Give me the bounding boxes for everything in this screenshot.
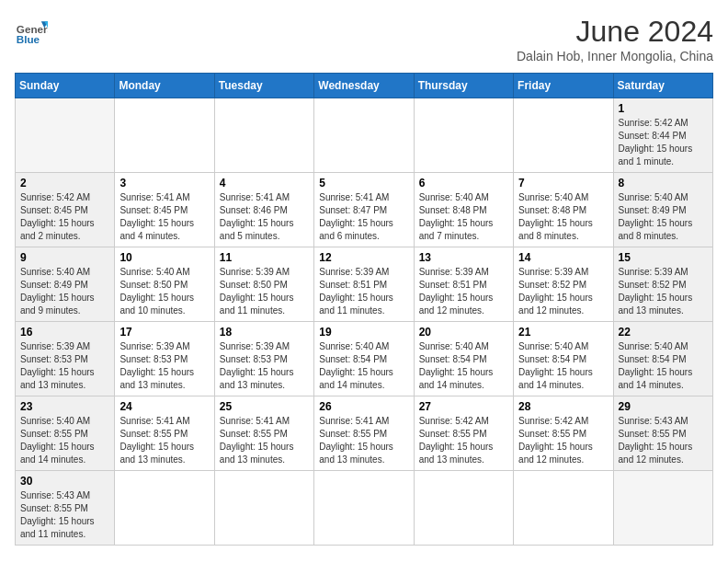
- calendar-cell: [414, 98, 513, 173]
- calendar-cell: 12Sunrise: 5:39 AM Sunset: 8:51 PM Dayli…: [314, 247, 414, 322]
- weekday-header-monday: Monday: [115, 74, 214, 98]
- calendar-cell: 30Sunrise: 5:43 AM Sunset: 8:55 PM Dayli…: [16, 471, 115, 546]
- day-info: Sunrise: 5:40 AM Sunset: 8:54 PM Dayligh…: [419, 340, 508, 392]
- day-number: 10: [119, 251, 209, 264]
- day-number: 26: [319, 400, 408, 413]
- week-row-3: 9Sunrise: 5:40 AM Sunset: 8:49 PM Daylig…: [16, 247, 713, 322]
- calendar-cell: 20Sunrise: 5:40 AM Sunset: 8:54 PM Dayli…: [414, 322, 513, 396]
- calendar-cell: 10Sunrise: 5:40 AM Sunset: 8:50 PM Dayli…: [115, 247, 214, 322]
- calendar-cell: 21Sunrise: 5:40 AM Sunset: 8:54 PM Dayli…: [514, 322, 613, 396]
- calendar-cell: [214, 98, 313, 173]
- day-info: Sunrise: 5:42 AM Sunset: 8:55 PM Dayligh…: [419, 415, 508, 466]
- calendar-cell: [414, 471, 513, 546]
- day-info: Sunrise: 5:40 AM Sunset: 8:54 PM Dayligh…: [518, 340, 608, 392]
- day-info: Sunrise: 5:40 AM Sunset: 8:48 PM Dayligh…: [419, 191, 508, 243]
- calendar-cell: 27Sunrise: 5:42 AM Sunset: 8:55 PM Dayli…: [414, 396, 513, 471]
- day-info: Sunrise: 5:41 AM Sunset: 8:55 PM Dayligh…: [119, 415, 209, 466]
- calendar-cell: 11Sunrise: 5:39 AM Sunset: 8:50 PM Dayli…: [214, 247, 313, 322]
- calendar-cell: 23Sunrise: 5:40 AM Sunset: 8:55 PM Dayli…: [16, 396, 115, 471]
- day-info: Sunrise: 5:41 AM Sunset: 8:55 PM Dayligh…: [220, 415, 309, 466]
- calendar-title: June 2024: [517, 15, 713, 49]
- day-info: Sunrise: 5:39 AM Sunset: 8:53 PM Dayligh…: [119, 340, 209, 392]
- day-number: 29: [619, 400, 708, 413]
- calendar-cell: [214, 471, 313, 546]
- day-info: Sunrise: 5:39 AM Sunset: 8:52 PM Dayligh…: [619, 266, 708, 317]
- day-info: Sunrise: 5:39 AM Sunset: 8:51 PM Dayligh…: [419, 266, 508, 317]
- day-number: 27: [419, 400, 508, 413]
- day-number: 6: [419, 177, 508, 190]
- day-info: Sunrise: 5:39 AM Sunset: 8:53 PM Dayligh…: [220, 340, 309, 392]
- week-row-6: 30Sunrise: 5:43 AM Sunset: 8:55 PM Dayli…: [16, 471, 713, 546]
- day-number: 13: [419, 251, 508, 264]
- calendar-cell: [514, 98, 613, 173]
- day-number: 24: [119, 400, 209, 413]
- calendar-cell: 8Sunrise: 5:40 AM Sunset: 8:49 PM Daylig…: [613, 173, 712, 247]
- calendar-cell: 28Sunrise: 5:42 AM Sunset: 8:55 PM Dayli…: [514, 396, 613, 471]
- day-number: 3: [119, 177, 209, 190]
- day-info: Sunrise: 5:42 AM Sunset: 8:45 PM Dayligh…: [20, 191, 109, 243]
- day-info: Sunrise: 5:43 AM Sunset: 8:55 PM Dayligh…: [619, 415, 708, 466]
- calendar-cell: [16, 98, 115, 173]
- day-number: 2: [20, 177, 109, 190]
- day-number: 4: [220, 177, 309, 190]
- calendar-cell: 17Sunrise: 5:39 AM Sunset: 8:53 PM Dayli…: [115, 322, 214, 396]
- calendar-cell: 29Sunrise: 5:43 AM Sunset: 8:55 PM Dayli…: [613, 396, 712, 471]
- calendar-cell: [314, 471, 414, 546]
- weekday-header-tuesday: Tuesday: [214, 74, 313, 98]
- day-info: Sunrise: 5:40 AM Sunset: 8:54 PM Dayligh…: [319, 340, 408, 392]
- day-info: Sunrise: 5:40 AM Sunset: 8:48 PM Dayligh…: [518, 191, 608, 243]
- day-info: Sunrise: 5:42 AM Sunset: 8:44 PM Dayligh…: [619, 117, 708, 168]
- calendar-header: SundayMondayTuesdayWednesdayThursdayFrid…: [16, 74, 713, 98]
- calendar-cell: [613, 471, 712, 546]
- calendar-cell: [115, 471, 214, 546]
- calendar-cell: 18Sunrise: 5:39 AM Sunset: 8:53 PM Dayli…: [214, 322, 313, 396]
- day-info: Sunrise: 5:40 AM Sunset: 8:50 PM Dayligh…: [119, 266, 209, 317]
- calendar-cell: 16Sunrise: 5:39 AM Sunset: 8:53 PM Dayli…: [16, 322, 115, 396]
- title-area: June 2024 Dalain Hob, Inner Mongolia, Ch…: [517, 15, 713, 63]
- calendar-cell: 5Sunrise: 5:41 AM Sunset: 8:47 PM Daylig…: [314, 173, 414, 247]
- calendar-cell: 14Sunrise: 5:39 AM Sunset: 8:52 PM Dayli…: [514, 247, 613, 322]
- calendar-cell: 25Sunrise: 5:41 AM Sunset: 8:55 PM Dayli…: [214, 396, 313, 471]
- weekday-header-wednesday: Wednesday: [314, 74, 414, 98]
- calendar-cell: 15Sunrise: 5:39 AM Sunset: 8:52 PM Dayli…: [613, 247, 712, 322]
- logo: General Blue: [15, 15, 48, 48]
- day-number: 15: [619, 251, 708, 264]
- calendar-table: SundayMondayTuesdayWednesdayThursdayFrid…: [15, 73, 713, 546]
- day-info: Sunrise: 5:43 AM Sunset: 8:55 PM Dayligh…: [20, 489, 109, 541]
- calendar-cell: [514, 471, 613, 546]
- day-info: Sunrise: 5:41 AM Sunset: 8:46 PM Dayligh…: [220, 191, 309, 243]
- day-number: 8: [619, 177, 708, 190]
- calendar-cell: [314, 98, 414, 173]
- calendar-cell: 22Sunrise: 5:40 AM Sunset: 8:54 PM Dayli…: [613, 322, 712, 396]
- day-number: 1: [619, 102, 708, 115]
- day-number: 20: [419, 326, 508, 339]
- day-info: Sunrise: 5:39 AM Sunset: 8:53 PM Dayligh…: [20, 340, 109, 392]
- page-header: General Blue June 2024 Dalain Hob, Inner…: [15, 15, 713, 63]
- calendar-cell: 1Sunrise: 5:42 AM Sunset: 8:44 PM Daylig…: [613, 98, 712, 173]
- svg-text:Blue: Blue: [17, 33, 40, 45]
- logo-icon: General Blue: [15, 15, 48, 48]
- day-number: 30: [20, 475, 109, 488]
- day-info: Sunrise: 5:42 AM Sunset: 8:55 PM Dayligh…: [518, 415, 608, 466]
- weekday-header-saturday: Saturday: [613, 74, 712, 98]
- day-info: Sunrise: 5:39 AM Sunset: 8:51 PM Dayligh…: [319, 266, 408, 317]
- calendar-cell: 9Sunrise: 5:40 AM Sunset: 8:49 PM Daylig…: [16, 247, 115, 322]
- day-number: 11: [220, 251, 309, 264]
- day-number: 18: [220, 326, 309, 339]
- day-info: Sunrise: 5:41 AM Sunset: 8:45 PM Dayligh…: [119, 191, 209, 243]
- day-number: 22: [619, 326, 708, 339]
- day-number: 19: [319, 326, 408, 339]
- calendar-cell: 7Sunrise: 5:40 AM Sunset: 8:48 PM Daylig…: [514, 173, 613, 247]
- day-info: Sunrise: 5:41 AM Sunset: 8:55 PM Dayligh…: [319, 415, 408, 466]
- calendar-cell: 26Sunrise: 5:41 AM Sunset: 8:55 PM Dayli…: [314, 396, 414, 471]
- day-number: 28: [518, 400, 608, 413]
- calendar-cell: 6Sunrise: 5:40 AM Sunset: 8:48 PM Daylig…: [414, 173, 513, 247]
- calendar-cell: 13Sunrise: 5:39 AM Sunset: 8:51 PM Dayli…: [414, 247, 513, 322]
- week-row-4: 16Sunrise: 5:39 AM Sunset: 8:53 PM Dayli…: [16, 322, 713, 396]
- weekday-header-thursday: Thursday: [414, 74, 513, 98]
- day-info: Sunrise: 5:40 AM Sunset: 8:54 PM Dayligh…: [619, 340, 708, 392]
- calendar-cell: 2Sunrise: 5:42 AM Sunset: 8:45 PM Daylig…: [16, 173, 115, 247]
- day-number: 25: [220, 400, 309, 413]
- day-number: 17: [119, 326, 209, 339]
- day-info: Sunrise: 5:40 AM Sunset: 8:49 PM Dayligh…: [619, 191, 708, 243]
